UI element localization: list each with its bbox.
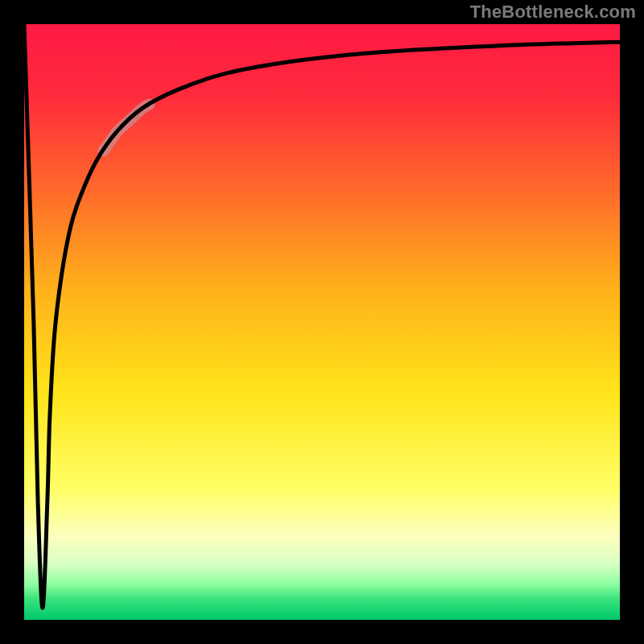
watermark-text: TheBottleneck.com xyxy=(470,2,636,23)
frame-left xyxy=(0,0,24,644)
bottleneck-chart xyxy=(0,0,644,644)
gradient-panel xyxy=(24,24,620,620)
chart-stage: TheBottleneck.com xyxy=(0,0,644,644)
frame-right xyxy=(620,0,644,644)
frame-bottom xyxy=(0,620,644,644)
